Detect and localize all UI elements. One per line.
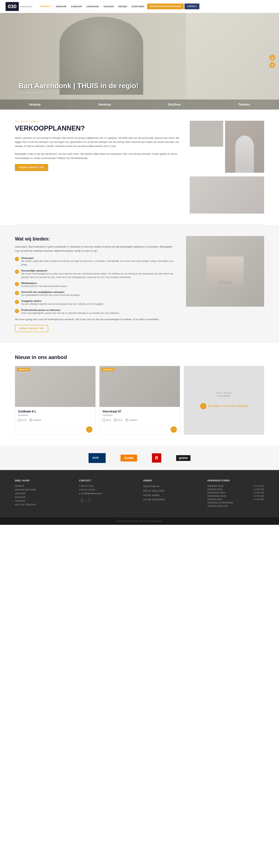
hero-tab-aankoop[interactable]: Aankoop: [70, 99, 140, 110]
wat-item-content-4: Overzicht van vergelijkbare verkopen: Ee…: [21, 291, 80, 297]
footer-link-aankoop[interactable]: AANKOOP: [15, 496, 72, 498]
footer-email-line: E info@030makelaardij.nl: [79, 492, 136, 495]
header: 030 makelaardij AANBOD ▾ VERKOOP AANKOOP…: [0, 0, 279, 13]
hero-title: Bart Aarendonk | THUIS in de regio!: [19, 82, 139, 90]
verkoop-images-top: [190, 121, 264, 173]
hero-content: Bart Aarendonk | THUIS in de regio! 030 …: [19, 82, 139, 95]
aanbod-card-1: ONDER BOD Zuidkade 6 L IJsselstein 62 m²…: [15, 366, 95, 435]
wat-item-body-3: Inclusief inzicht in het aantal potentië…: [21, 284, 67, 288]
footer-hours-vr: VRIJDAG 08:30 – 17:30 UUR: [207, 498, 264, 500]
hero-tab-verkoop[interactable]: Verkoop: [0, 99, 70, 110]
wat-right: LIVE BEAUTIFULSTAY DREAM WAY: [186, 236, 264, 332]
footer-hours-di-time: – 17:30 UUR: [252, 488, 264, 491]
footer-hours-ma-time: – 17:30 UUR: [252, 485, 264, 487]
aanbod-card-location-2: IJsselstein: [103, 414, 177, 416]
aanbod-card-specs-1: 62 m² 3 kamers: [18, 419, 92, 422]
main-nav: AANBOD ▾ VERKOOP AANKOOP (VER)HUUR TAXAT…: [38, 3, 273, 9]
spec-rooms-1: 3 kamers: [30, 419, 41, 422]
aanbod-card-body-2: Voorstraat 47 IJsselstein 46 m² 34 m² 2 …: [100, 407, 180, 424]
wat-item-title-4: Overzicht van vergelijkbare verkopen:: [21, 291, 80, 293]
svg-rect-1: [30, 420, 32, 421]
footer-col-hours: OPENINGSTIJDEN MAANDAG 08:30 – 17:30 UUR…: [207, 479, 264, 508]
wat-bullet-4: ✓: [15, 291, 19, 295]
footer-col-adres: ADRES WEIDSTRAAT 38 3401 DL IJSSELSTEIN …: [143, 479, 200, 508]
nav-aanbod[interactable]: AANBOD ▾: [38, 4, 53, 9]
hero-arrow-up[interactable]: ▲: [269, 55, 275, 61]
spec-area-2: 46 m²: [103, 419, 111, 422]
wat-image-text: LIVE BEAUTIFULSTAY DREAM WAY: [218, 281, 232, 284]
aanbod-heading: Nieuw in ons aanbod: [15, 354, 264, 360]
nav-contact-btn[interactable]: CONTACT: [185, 3, 199, 9]
footer-social: in f: [79, 497, 136, 503]
verkoop-left: WAT BIEDT U ERBIJ? VERKOOPPLANNEN? Heeft…: [15, 121, 182, 214]
wat-bullet-5: ✓: [15, 300, 19, 304]
nav-verkoop[interactable]: VERKOOP: [54, 4, 68, 9]
spec-rooms-2: 2 kamers: [125, 419, 137, 422]
aanbod-card-footer-1: →: [15, 424, 95, 435]
spec-lot-2: 34 m²: [114, 419, 122, 422]
aanbod-full-btn[interactable]: → GA DIRECT NAAR ONS AANBOD: [200, 403, 248, 409]
wat-bullet-2: ✓: [15, 270, 19, 274]
footer-link-aanbod[interactable]: AANBOD: [15, 485, 72, 487]
social-facebook-icon[interactable]: f: [86, 497, 92, 503]
aanbod-full-label: VOLLEDIG AANBOD: [216, 392, 232, 397]
wat-item-2: ✓ Persoonlijke aandacht: We vinden het b…: [15, 269, 175, 279]
aanbod-card-specs-2: 46 m² 34 m² 2 kamers: [103, 419, 177, 422]
footer-bottom: Powered by Grize & Grize. Alle rechten v…: [0, 518, 279, 525]
nav-nieuws[interactable]: NIEUWS: [117, 4, 129, 9]
aanbod-badge-1: ONDER BOD: [17, 368, 30, 371]
aanbod-grid: ONDER BOD Zuidkade 6 L IJsselstein 62 m²…: [15, 366, 264, 435]
wat-contact-btn[interactable]: NEEM CONTACT OP: [15, 325, 48, 332]
footer-contact-title: CONTACT: [79, 479, 136, 482]
wat-item-body-6: Onze nieuwsgierigheid, passie voor het v…: [21, 311, 120, 315]
footer-link-taxaties[interactable]: TAXATIES: [15, 500, 72, 502]
hero-tab-verhuur[interactable]: (Ver)huur: [140, 99, 210, 110]
partner-nwwi[interactable]: |||NWWl: [176, 453, 190, 463]
nav-taxatie-btn[interactable]: TAXATIERAPPORT AANVRAGEN: [147, 3, 184, 9]
partner-r[interactable]: R: [152, 453, 161, 463]
aanbod-img-bg-1: [15, 366, 95, 407]
wat-item-6: ✓ Professionele passie en interesse: Onz…: [15, 309, 175, 315]
wat-item-title-2: Persoonlijke aandacht:: [21, 269, 175, 272]
partner-nvm[interactable]: NVM: [88, 453, 106, 463]
footer-link-verkoop[interactable]: VERKOOP: [15, 492, 72, 495]
nav-verhuur[interactable]: (VER)HUUR: [85, 4, 101, 9]
aanbod-card-body-1: Zuidkade 6 L IJsselstein 62 m² 3 kamers: [15, 407, 95, 424]
social-linkedin-icon[interactable]: in: [79, 497, 85, 503]
footer-phone: T 030 227 33 65: [79, 485, 94, 487]
footer-hours-ma: MAANDAG 08:30 – 17:30 UUR: [207, 485, 264, 487]
footer-hours-vr-day: VRIJDAG 08:30: [207, 498, 222, 500]
spec-area-1: 62 m²: [18, 419, 27, 422]
partner-funda-logo: funda: [120, 455, 137, 462]
aanbod-arrow-btn-2[interactable]: →: [171, 426, 177, 433]
footer-hours-do-day: DONDERDAG 08:30: [207, 495, 226, 497]
wat-left: Wat wij bieden: Vertrouwen: Bart Aarendo…: [15, 236, 175, 332]
hero-arrow-down[interactable]: ▼: [269, 62, 275, 68]
hero-tab-taxaties[interactable]: Taxaties: [210, 99, 279, 110]
aanbod-card-footer-2: →: [100, 424, 180, 435]
nvm-logo-svg: NVM: [91, 455, 103, 461]
footer-hours-title: OPENINGSTIJDEN: [207, 479, 264, 482]
footer-col-contact: CONTACT T 030 227 33 65 M 06 39 12 66 69…: [79, 479, 136, 508]
nav-over-bart[interactable]: OVER BART: [130, 4, 146, 9]
hero-kitchen: [186, 13, 279, 98]
nav-aankoop[interactable]: AANKOOP: [69, 4, 84, 9]
verkoop-img-2: [225, 121, 264, 173]
nav-taxaties[interactable]: TAXATIES: [102, 4, 116, 9]
spec-area-val-1: 62 m²: [21, 419, 27, 421]
partner-r-logo: R: [152, 453, 161, 463]
partner-funda[interactable]: funda: [120, 453, 137, 463]
footer-adres-title: ADRES: [143, 479, 200, 482]
hero-phone: 030 MAKE AAROU: [19, 92, 139, 95]
wat-item-content-6: Professionele passie en interesse: Onze …: [21, 309, 120, 315]
logo[interactable]: 030 makelaardij: [6, 2, 32, 11]
aanbod-arrow-btn-1[interactable]: →: [86, 426, 92, 433]
footer-link-nieuwbouw[interactable]: NIEUWBOUW EISEN: [15, 489, 72, 491]
aanbod-card-location-1: IJsselstein: [18, 414, 92, 416]
footer-hours-za-day: ZATERDAG OP AFSPRAAK: [207, 502, 233, 504]
footer-col-snel: SNEL NAAR AANBOD NIEUWBOUW EISEN VERKOOP…: [15, 479, 72, 508]
footer-hours-wo: WOENSDAG 08:30 – 17:30 UUR: [207, 492, 264, 494]
verkoop-contact-btn[interactable]: NEEM CONTACT OP: [15, 164, 48, 171]
aanbod-full-arrow-icon: →: [200, 403, 206, 409]
footer-link-hulp[interactable]: HULP EN VERKOOP: [15, 503, 72, 506]
